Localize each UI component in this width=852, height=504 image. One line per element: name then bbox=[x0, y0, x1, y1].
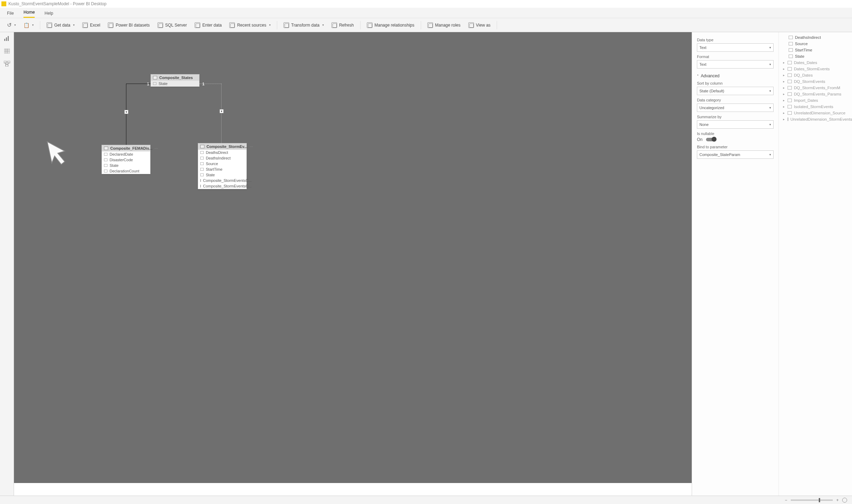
entity-composite-states[interactable]: Composite_States State bbox=[151, 74, 200, 87]
expand-icon: ▸ bbox=[783, 111, 785, 115]
data-category-label: Data category bbox=[697, 98, 774, 102]
enter-data-label: Enter data bbox=[202, 23, 222, 28]
datasets-icon bbox=[108, 22, 113, 28]
entity-composite-storm[interactable]: Composite_StormEv... ⋯ DeathsDirect Deat… bbox=[198, 143, 247, 189]
column-state[interactable]: State bbox=[102, 163, 150, 168]
table-icon bbox=[788, 118, 788, 121]
is-nullable-toggle[interactable]: On bbox=[697, 137, 774, 142]
view-as-label: View as bbox=[476, 23, 491, 28]
advanced-label: Advanced bbox=[701, 73, 719, 78]
advanced-section-toggle[interactable]: ˄ Advanced bbox=[697, 73, 774, 78]
expand-icon: ▸ bbox=[783, 67, 785, 71]
entity-title: Composite_StormEv... bbox=[207, 144, 247, 149]
excel-button[interactable]: Excel bbox=[79, 21, 104, 29]
field-label: DQ_StormEvents_Params bbox=[794, 92, 841, 96]
column-start-time[interactable]: StartTime bbox=[198, 166, 246, 172]
view-as-button[interactable]: View as bbox=[465, 21, 494, 29]
table-isolated-storm-events[interactable]: ▸Isolated_StormEvents bbox=[782, 104, 849, 110]
field-label: DeathsIndirect bbox=[795, 35, 821, 40]
table-dq-storm-events-fromm[interactable]: ▸DQ_StormEvents_FromM bbox=[782, 85, 849, 91]
field-deaths-indirect[interactable]: DeathsIndirect bbox=[782, 34, 849, 41]
format-select[interactable]: Text bbox=[697, 60, 774, 69]
relationship-line-inactive[interactable] bbox=[221, 84, 222, 143]
report-view-button[interactable] bbox=[4, 36, 11, 41]
column-icon bbox=[200, 162, 204, 165]
column-icon bbox=[789, 55, 793, 58]
separator bbox=[40, 21, 40, 29]
column-icon bbox=[153, 82, 156, 85]
transform-data-button[interactable]: Transform data▾ bbox=[280, 21, 327, 29]
entity-header[interactable]: Composite_States bbox=[151, 74, 199, 81]
excel-label: Excel bbox=[90, 23, 100, 28]
model-view-button[interactable] bbox=[4, 61, 11, 66]
column-icon bbox=[200, 151, 204, 154]
field-source[interactable]: Source bbox=[782, 41, 849, 47]
undo-icon: ↺ bbox=[7, 22, 12, 28]
format-label: Format bbox=[697, 55, 774, 59]
relationship-line[interactable] bbox=[126, 84, 151, 84]
data-view-button[interactable] bbox=[4, 48, 11, 54]
tab-help[interactable]: Help bbox=[44, 9, 53, 18]
clipboard-icon: 📋 bbox=[23, 22, 29, 28]
report-view-icon bbox=[4, 36, 10, 41]
is-nullable-label: Is nullable bbox=[697, 132, 774, 136]
column-label: State bbox=[206, 173, 215, 177]
undo-button[interactable]: ↺▾ bbox=[4, 20, 19, 30]
entity-composite-fema[interactable]: Composite_FEMADis... ⋯ DeclaredDate Disa… bbox=[102, 145, 151, 174]
model-canvas[interactable]: Composite_States State 1 1 ▼ ▼ Composite… bbox=[14, 32, 692, 496]
manage-roles-button[interactable]: Manage roles bbox=[424, 21, 464, 29]
table-dates-dates[interactable]: ▸Dates_Dates bbox=[782, 59, 849, 66]
table-dates-storm-events[interactable]: ▸Dates_StormEvents bbox=[782, 66, 849, 72]
entity-header[interactable]: Composite_FEMADis... ⋯ bbox=[102, 145, 150, 151]
manage-relationships-button[interactable]: Manage relationships bbox=[363, 21, 418, 29]
svg-rect-1 bbox=[6, 37, 7, 41]
field-label: UnrelatedDimension_Source bbox=[794, 111, 845, 115]
app-logo-icon bbox=[1, 1, 6, 6]
entity-menu-icon[interactable]: ⋯ bbox=[250, 145, 253, 149]
column-state[interactable]: State bbox=[198, 172, 246, 178]
toggle-track-icon bbox=[706, 138, 716, 141]
table-icon bbox=[788, 111, 792, 115]
field-start-time[interactable]: StartTime bbox=[782, 47, 849, 53]
column-deaths-direct[interactable]: DeathsDirect bbox=[198, 150, 246, 155]
field-state[interactable]: State bbox=[782, 53, 849, 59]
column-source[interactable]: Source bbox=[198, 161, 246, 166]
column-deaths-indirect[interactable]: DeathsIndirect bbox=[198, 155, 246, 161]
table-import-dates[interactable]: ▸Import_Dates bbox=[782, 97, 849, 104]
tab-file[interactable]: File bbox=[7, 9, 14, 18]
get-data-button[interactable]: Get data▾ bbox=[43, 21, 78, 29]
column-composite-storm-events-c2[interactable]: Composite_StormEventsC... bbox=[198, 183, 246, 189]
data-type-select[interactable]: Text bbox=[697, 43, 774, 52]
entity-header[interactable]: Composite_StormEv... ⋯ bbox=[198, 143, 246, 150]
svg-rect-0 bbox=[4, 39, 5, 41]
column-composite-storm-events-c1[interactable]: Composite_StormEventsC... bbox=[198, 178, 246, 183]
sort-by-label: Sort by column bbox=[697, 81, 774, 85]
table-unrelated-dimension-storm-events[interactable]: ▸UnrelatedDimension_StormEvents bbox=[782, 116, 849, 122]
table-dq-storm-events[interactable]: ▸DQ_StormEvents bbox=[782, 78, 849, 85]
column-declared-date[interactable]: DeclaredDate bbox=[102, 151, 150, 157]
tab-home[interactable]: Home bbox=[23, 8, 35, 18]
summarize-select[interactable]: None bbox=[697, 120, 774, 129]
refresh-button[interactable]: Refresh bbox=[328, 21, 357, 29]
relationship-line-inactive[interactable] bbox=[200, 84, 221, 84]
recent-sources-button[interactable]: Recent sources▾ bbox=[226, 21, 274, 29]
column-label: DeathsDirect bbox=[206, 150, 228, 155]
data-category-select[interactable]: Uncategorized bbox=[697, 104, 774, 112]
enter-data-button[interactable]: Enter data bbox=[191, 21, 225, 29]
table-unrelated-dimension-source[interactable]: ▸UnrelatedDimension_Source bbox=[782, 110, 849, 116]
sql-server-button[interactable]: SQL Server bbox=[154, 21, 190, 29]
column-icon bbox=[200, 179, 201, 182]
sort-by-select[interactable]: State (Default) bbox=[697, 87, 774, 95]
table-icon bbox=[788, 92, 792, 96]
table-dq-storm-events-params[interactable]: ▸DQ_StormEvents_Params bbox=[782, 91, 849, 97]
field-label: Isolated_StormEvents bbox=[794, 105, 833, 109]
relationship-line[interactable] bbox=[126, 84, 126, 145]
table-dq-dates[interactable]: ▸DQ_Dates bbox=[782, 72, 849, 78]
paste-button[interactable]: 📋▾ bbox=[20, 21, 37, 29]
column-disaster-code[interactable]: DisasterCode bbox=[102, 157, 150, 163]
entity-menu-icon[interactable]: ⋯ bbox=[154, 147, 158, 150]
bind-to-parameter-select[interactable]: Composite_StateParam bbox=[697, 150, 774, 159]
column-declaration-count[interactable]: DeclarationCount bbox=[102, 168, 150, 174]
column-state[interactable]: State bbox=[151, 81, 199, 86]
pbi-datasets-button[interactable]: Power BI datasets bbox=[104, 21, 153, 29]
